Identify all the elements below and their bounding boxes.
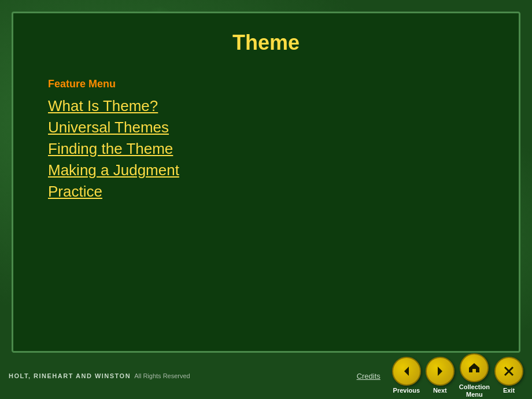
svg-marker-1	[438, 367, 442, 376]
previous-label: Previous	[393, 387, 420, 394]
next-icon	[433, 364, 447, 378]
main-panel: Theme Feature Menu What Is Theme? Univer…	[12, 12, 520, 353]
exit-label: Exit	[503, 387, 515, 394]
what-is-theme-link[interactable]: What Is Theme?	[48, 97, 158, 114]
title-area: Theme	[13, 13, 519, 66]
list-item: Finding the Theme	[48, 140, 484, 158]
next-label: Next	[433, 387, 447, 394]
nav-buttons: Previous Next CollectionMenu	[392, 353, 523, 398]
collection-menu-button[interactable]: CollectionMenu	[459, 353, 490, 398]
credits-link[interactable]: Credits	[357, 372, 380, 380]
list-item: What Is Theme?	[48, 97, 484, 115]
universal-themes-link[interactable]: Universal Themes	[48, 119, 169, 136]
home-icon	[467, 361, 481, 375]
svg-marker-0	[404, 367, 409, 376]
publisher-rights: All Rights Reserved	[134, 372, 190, 379]
previous-icon	[400, 364, 413, 378]
list-item: Universal Themes	[48, 119, 484, 136]
practice-link[interactable]: Practice	[48, 183, 102, 200]
previous-button[interactable]: Previous	[392, 357, 421, 394]
feature-menu-label: Feature Menu	[48, 78, 484, 90]
exit-icon	[502, 364, 516, 378]
collection-menu-label: CollectionMenu	[459, 383, 490, 398]
finding-the-theme-link[interactable]: Finding the Theme	[48, 140, 173, 157]
publisher-name: HOLT, RINEHART AND WINSTON	[9, 372, 131, 379]
collection-menu-circle	[460, 353, 489, 382]
feature-menu-area: Feature Menu What Is Theme? Universal Th…	[13, 66, 519, 216]
next-circle	[426, 357, 455, 386]
making-a-judgment-link[interactable]: Making a Judgment	[48, 161, 179, 179]
list-item: Practice	[48, 183, 484, 201]
list-item: Making a Judgment	[48, 161, 484, 179]
exit-button[interactable]: Exit	[494, 357, 523, 394]
bottom-bar: HOLT, RINEHART AND WINSTON All Rights Re…	[0, 353, 532, 399]
next-button[interactable]: Next	[426, 357, 455, 394]
previous-circle	[392, 357, 421, 386]
menu-links: What Is Theme? Universal Themes Finding …	[48, 97, 484, 201]
exit-circle	[494, 357, 523, 386]
publisher-info: HOLT, RINEHART AND WINSTON All Rights Re…	[9, 372, 357, 379]
page-title: Theme	[25, 31, 507, 55]
